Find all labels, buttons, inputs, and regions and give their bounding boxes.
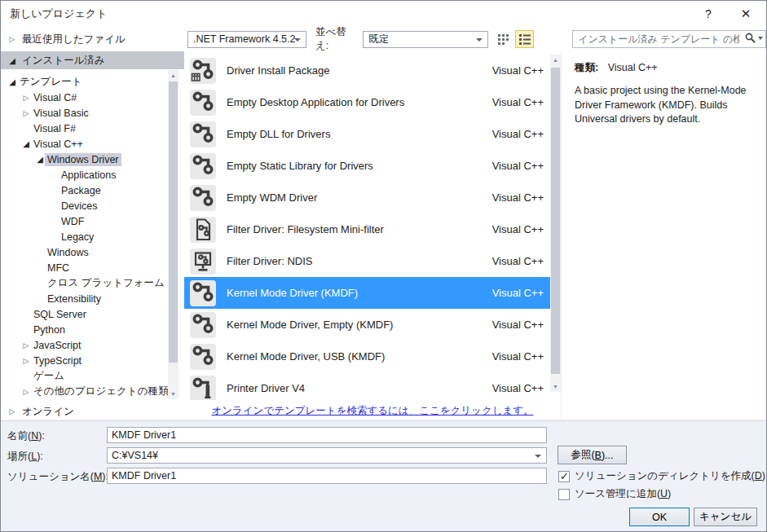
- chevron-expanded-icon[interactable]: ◢: [7, 56, 17, 65]
- checkbox-icon[interactable]: [558, 471, 570, 482]
- sidebar-item-installed[interactable]: ◢ インストール済み: [1, 51, 184, 69]
- list-scrollbar[interactable]: ▲ ▼: [550, 55, 561, 392]
- template-row[interactable]: Kernel Mode Driver, USB (KMDF) Visual C+…: [184, 341, 550, 372]
- tree-item[interactable]: Extensibility: [1, 291, 184, 306]
- chevron-collapsed-icon[interactable]: ▷: [7, 35, 17, 43]
- tree-item[interactable]: ◢ Visual C++: [1, 136, 184, 152]
- tree-item-label: Python: [31, 323, 68, 336]
- tree-expander-icon[interactable]: ▷: [21, 341, 31, 350]
- list-view-button[interactable]: [515, 30, 534, 48]
- add-source-control-checkbox[interactable]: ソース管理に追加(U): [558, 487, 671, 501]
- tree-item[interactable]: Package: [1, 182, 184, 198]
- tree-item[interactable]: ゲーム: [1, 368, 184, 384]
- template-row[interactable]: Driver Install Package Visual C++: [184, 55, 550, 86]
- template-row[interactable]: Printer Driver V4 Visual C++: [184, 372, 550, 400]
- toolbar: .NET Framework 4.5.2 並べ替え: 既定: [184, 27, 766, 51]
- tree-expander-icon[interactable]: ◢: [21, 139, 31, 148]
- list-view-icon: [519, 33, 531, 45]
- location-combo[interactable]: C:¥VS14¥: [107, 447, 547, 464]
- sort-dropdown[interactable]: 既定: [363, 31, 487, 48]
- printer-driver-icon: [190, 376, 216, 401]
- tree-scrollbar[interactable]: ▲ ▼: [168, 70, 179, 399]
- template-row[interactable]: Kernel Mode Driver, Empty (KMDF) Visual …: [184, 309, 550, 341]
- search-icon[interactable]: [745, 33, 756, 43]
- tree-item[interactable]: MFC: [1, 260, 184, 275]
- tree-item-label: クロス プラットフォーム: [45, 275, 167, 291]
- tree-item[interactable]: Applications: [1, 167, 184, 182]
- template-list: Driver Install Package Visual C++ Empty …: [184, 51, 561, 400]
- tree-item-label: Windows: [45, 246, 91, 259]
- tree-item[interactable]: ▷ その他のプロジェクトの種類: [1, 384, 184, 399]
- template-name: Kernel Mode Driver, USB (KMDF): [227, 350, 492, 363]
- tree-item[interactable]: ▷ Visual Basic: [1, 105, 184, 121]
- tree-expander-icon[interactable]: ◢: [35, 155, 45, 164]
- scroll-down-icon[interactable]: ▼: [550, 381, 561, 392]
- tree-expander-icon[interactable]: ▷: [21, 388, 31, 396]
- driver-icon: [190, 153, 216, 179]
- tree-item[interactable]: Devices: [1, 198, 184, 213]
- checkbox-icon[interactable]: [558, 489, 570, 500]
- sidebar-item-recent[interactable]: ▷ 最近使用したファイル: [1, 27, 184, 51]
- tree-item[interactable]: Legacy: [1, 229, 184, 244]
- tree-item-label: Visual C++: [31, 138, 86, 151]
- tree-item-label: MFC: [45, 262, 72, 275]
- template-language: Visual C++: [492, 128, 544, 140]
- tree-item[interactable]: ▷ JavaScript: [1, 337, 184, 353]
- driver-file-icon: [190, 217, 216, 243]
- create-solution-dir-checkbox[interactable]: ソリューションのディレクトリを作成(D): [558, 469, 765, 483]
- ok-button[interactable]: OK: [629, 508, 690, 526]
- tree-item-label: テンプレート: [17, 74, 84, 90]
- template-name: Empty WDM Driver: [227, 191, 492, 204]
- sort-dropdown-value: 既定: [368, 33, 389, 46]
- tree-item[interactable]: Python: [1, 322, 184, 337]
- template-row[interactable]: Empty Desktop Application for Drivers Vi…: [184, 86, 550, 118]
- location-value: C:¥VS14¥: [112, 450, 158, 461]
- category-tree: ▲ ▼ ◢ テンプレート ▷ Visual C# ▷ Visual Basic …: [1, 69, 184, 401]
- framework-dropdown[interactable]: .NET Framework 4.5.2: [187, 31, 306, 48]
- tree-expander-icon[interactable]: ▷: [21, 94, 31, 102]
- tree-expander-icon[interactable]: ◢: [7, 77, 17, 86]
- template-row[interactable]: Empty WDM Driver Visual C++: [184, 182, 550, 213]
- template-name: Driver Install Package: [227, 64, 492, 77]
- tree-item-label: Windows Driver: [45, 153, 121, 166]
- tree-item[interactable]: ◢ Windows Driver: [1, 152, 184, 167]
- search-input[interactable]: [572, 30, 766, 48]
- driver-icon: [190, 280, 216, 306]
- search-options-caret-icon[interactable]: [758, 37, 763, 40]
- tree-item[interactable]: クロス プラットフォーム: [1, 275, 184, 291]
- template-row[interactable]: Filter Driver: NDIS Visual C++: [184, 245, 550, 277]
- template-row[interactable]: Kernel Mode Driver (KMDF) Visual C++: [184, 277, 550, 309]
- new-project-dialog: 新しいプロジェクト ? ✕ .NET Framework 4.5.2 並べ替え:…: [0, 0, 767, 532]
- sidebar-item-online[interactable]: ▷ オンライン: [1, 401, 184, 422]
- tree-item[interactable]: Windows: [1, 244, 184, 260]
- tree-item[interactable]: ▷ Visual C#: [1, 90, 184, 105]
- tree-item[interactable]: Visual F#: [1, 121, 184, 136]
- project-name-input[interactable]: [107, 427, 547, 443]
- template-row[interactable]: Empty DLL for Drivers Visual C++: [184, 118, 550, 150]
- name-label: 名前(N):: [7, 429, 45, 443]
- scroll-up-icon[interactable]: ▲: [168, 70, 179, 81]
- chevron-collapsed-icon[interactable]: ▷: [7, 407, 17, 415]
- tree-scrollbar-thumb[interactable]: [169, 81, 178, 363]
- cancel-button[interactable]: キャンセル: [694, 508, 757, 526]
- help-icon[interactable]: ?: [696, 2, 721, 25]
- tree-item[interactable]: ◢ テンプレート: [1, 74, 184, 90]
- driver-network-icon: [190, 248, 216, 275]
- scroll-down-icon[interactable]: ▼: [168, 389, 179, 399]
- tree-item-label: Legacy: [59, 231, 96, 244]
- tree-expander-icon[interactable]: ▷: [21, 357, 31, 365]
- solution-name-input[interactable]: [107, 468, 547, 484]
- close-icon[interactable]: ✕: [734, 2, 758, 25]
- tree-item[interactable]: ▷ TypeScript: [1, 353, 184, 368]
- list-scrollbar-thumb[interactable]: [551, 68, 560, 374]
- tree-item[interactable]: WDF: [1, 213, 184, 229]
- scroll-up-icon[interactable]: ▲: [550, 55, 561, 65]
- tree-expander-icon[interactable]: ▷: [21, 109, 31, 117]
- browse-button[interactable]: 参照(B)...: [558, 446, 627, 464]
- tree-item-label: WDF: [59, 215, 86, 228]
- tree-item[interactable]: SQL Server: [1, 306, 184, 322]
- template-row[interactable]: Filter Driver: Filesystem Mini-filter Vi…: [184, 213, 550, 245]
- online-template-search-link[interactable]: オンラインでテンプレートを検索するには、ここをクリックします。: [211, 404, 533, 418]
- template-row[interactable]: Empty Static Library for Drivers Visual …: [184, 150, 550, 182]
- small-icons-view-button[interactable]: [495, 30, 514, 48]
